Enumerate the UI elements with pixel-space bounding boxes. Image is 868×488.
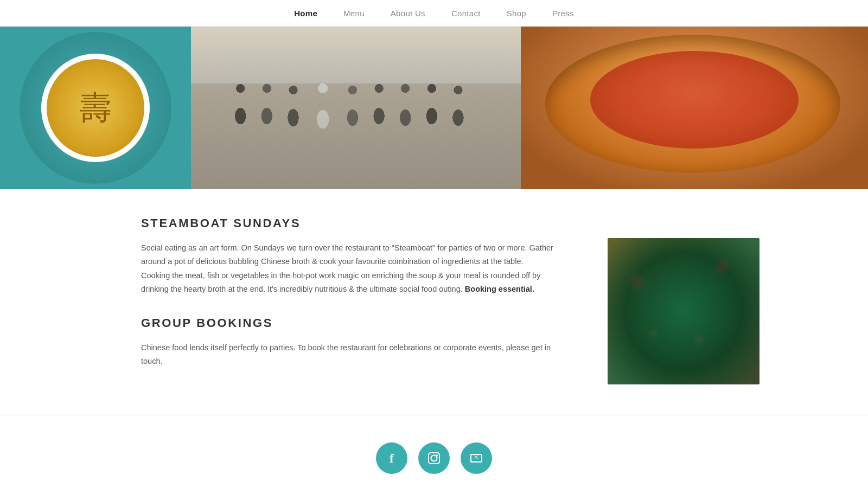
steamboat-booking: Booking essential. [465, 285, 534, 293]
steamboat-body: Social eating as an art form. On Sundays… [141, 241, 553, 297]
main-content: STEAMBOAT SUNDAYS Social eating as an ar… [108, 189, 760, 415]
instagram-icon [428, 452, 440, 464]
mail-icon [470, 454, 482, 463]
content-text: STEAMBOAT SUNDAYS Social eating as an ar… [108, 216, 586, 388]
soup-image [521, 27, 868, 189]
hotpot-visual [608, 238, 760, 384]
facebook-icon [390, 451, 394, 466]
group-photo [191, 27, 521, 189]
footer [0, 415, 868, 488]
facebook-button[interactable] [376, 442, 407, 474]
photo-overlay [191, 27, 521, 189]
side-image-container [586, 216, 760, 388]
navigation: Home Menu About Us Contact Shop Press [0, 0, 868, 27]
instagram-button[interactable] [418, 442, 450, 474]
hero-image-soup [521, 27, 868, 189]
nav-contact[interactable]: Contact [451, 9, 481, 18]
hero-banner: 壽 [0, 27, 868, 189]
nav-menu[interactable]: Menu [343, 9, 365, 18]
nav-home[interactable]: Home [294, 9, 317, 18]
group-bookings-title: GROUP BOOKINGS [141, 316, 553, 330]
hotpot-side-image [608, 238, 760, 384]
email-button[interactable] [461, 442, 492, 474]
group-body: Chinese food lends itself perfectly to p… [141, 341, 553, 369]
hero-image-plate: 壽 [0, 27, 191, 189]
nav-about[interactable]: About Us [391, 9, 425, 18]
plate-decoration: 壽 [20, 32, 171, 184]
hero-image-group-photo [191, 27, 521, 189]
nav-press[interactable]: Press [552, 9, 574, 18]
nav-shop[interactable]: Shop [507, 9, 526, 18]
steamboat-title: STEAMBOAT SUNDAYS [141, 216, 553, 230]
plate-center: 壽 [41, 54, 150, 162]
